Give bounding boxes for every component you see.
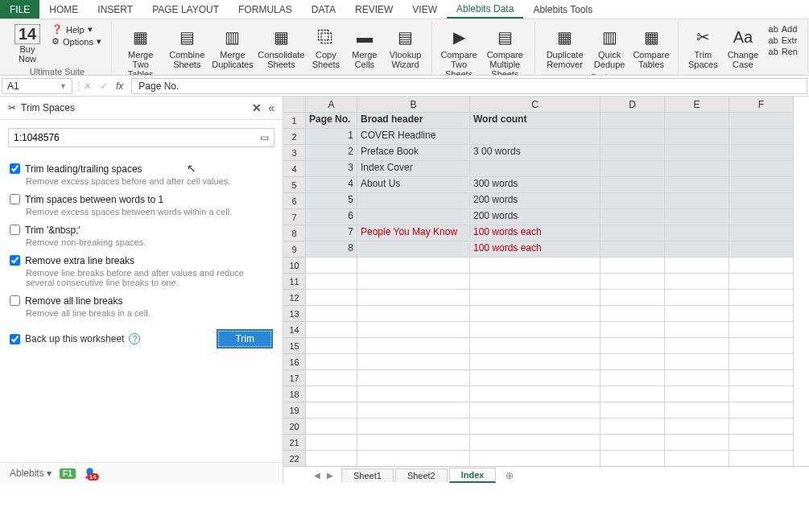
cell[interactable] [729, 354, 794, 370]
row-header[interactable]: 9 [283, 241, 306, 258]
row-header[interactable]: 5 [283, 177, 306, 193]
combine-sheets-button[interactable]: ▤Combine Sheets [165, 23, 210, 76]
quick-dedupe-button[interactable]: ▥Quick Dedupe [590, 23, 629, 71]
col-header-f[interactable]: F [729, 97, 794, 113]
cell[interactable] [665, 402, 729, 419]
cell[interactable] [665, 322, 729, 338]
cell[interactable] [665, 386, 729, 402]
cell[interactable] [470, 419, 601, 435]
cell[interactable] [357, 322, 470, 338]
cell[interactable] [665, 209, 729, 225]
cell[interactable] [357, 451, 470, 466]
row-header[interactable]: 6 [283, 193, 306, 209]
cell[interactable] [470, 338, 601, 354]
cell[interactable] [729, 402, 794, 419]
cell[interactable] [601, 177, 665, 193]
tab-home[interactable]: HOME [39, 0, 88, 19]
cell[interactable] [357, 274, 470, 290]
cell[interactable] [470, 386, 601, 402]
name-box[interactable]: A1▼ [2, 78, 72, 94]
row-header[interactable]: 14 [283, 322, 306, 338]
cell[interactable] [306, 322, 357, 338]
cell[interactable] [357, 290, 470, 306]
close-icon[interactable]: ✕ [252, 101, 262, 114]
merge-cells-button[interactable]: ▬Merge Cells [345, 23, 384, 76]
cell[interactable] [729, 258, 794, 274]
cell[interactable] [357, 386, 470, 402]
cell[interactable] [729, 113, 794, 129]
cell[interactable]: 300 words [470, 177, 601, 193]
copy-sheets-button[interactable]: ⿻Copy Sheets [307, 23, 345, 76]
cell[interactable]: About Us [357, 177, 470, 193]
row-header[interactable]: 22 [283, 451, 306, 466]
cell[interactable] [601, 290, 665, 306]
sheet-next-icon[interactable]: ▶ [327, 471, 333, 480]
cell[interactable] [729, 161, 794, 177]
cell[interactable] [601, 386, 665, 402]
cell[interactable] [665, 274, 729, 290]
merge-duplicates-button[interactable]: ▥Merge Duplicates [209, 23, 256, 76]
add-button[interactable]: ab Add [769, 24, 798, 34]
collapse-icon[interactable]: « [268, 101, 274, 114]
cell[interactable] [729, 306, 794, 322]
cell[interactable] [665, 161, 729, 177]
cell[interactable] [357, 419, 470, 435]
tab-ablebits-data[interactable]: Ablebits Data [447, 0, 523, 19]
cell[interactable] [665, 370, 729, 386]
row-header[interactable]: 4 [283, 161, 306, 177]
row-header[interactable]: 17 [283, 370, 306, 386]
opt-nbsp[interactable]: Trim '&nbsp;' [10, 225, 273, 236]
duplicate-remover-button[interactable]: ▦Duplicate Remover [540, 23, 590, 71]
cell[interactable] [357, 402, 470, 419]
sheet-tab-1[interactable]: Sheet1 [341, 468, 394, 482]
row-header[interactable]: 7 [283, 209, 306, 225]
tab-page-layout[interactable]: PAGE LAYOUT [142, 0, 229, 19]
cell[interactable] [729, 386, 794, 402]
col-header-a[interactable]: A [306, 97, 357, 113]
cell[interactable] [601, 338, 665, 354]
change-case-button[interactable]: AaChange Case [722, 23, 763, 72]
cell[interactable] [601, 129, 665, 145]
cell[interactable]: 7 [306, 225, 357, 241]
cell[interactable] [357, 193, 470, 209]
cell[interactable] [729, 225, 794, 241]
cell[interactable]: 2 [306, 145, 357, 161]
cell[interactable] [357, 209, 470, 225]
cell[interactable] [470, 402, 601, 419]
add-sheet-icon[interactable]: ⊕ [497, 470, 522, 481]
trim-spaces-button[interactable]: ✂Trim Spaces [683, 23, 722, 72]
compare-tables-button[interactable]: ▦Compare Tables [629, 23, 674, 71]
tab-data[interactable]: DATA [302, 0, 345, 19]
cell[interactable] [729, 241, 794, 258]
compare-multiple-button[interactable]: ▤Compare Multiple Sheets [481, 23, 530, 76]
row-header[interactable]: 12 [283, 290, 306, 306]
cell[interactable] [665, 435, 729, 451]
cell[interactable] [729, 145, 794, 161]
cell[interactable] [306, 402, 357, 419]
cell[interactable] [601, 193, 665, 209]
cell[interactable]: Word count [470, 113, 601, 129]
cell[interactable] [601, 225, 665, 241]
opt-leading-trailing[interactable]: Trim leading/trailing spaces [10, 163, 273, 175]
cell[interactable] [601, 370, 665, 386]
cell[interactable] [601, 451, 665, 466]
cell[interactable] [306, 306, 357, 322]
range-input[interactable] [14, 132, 260, 143]
cell[interactable] [470, 435, 601, 451]
opt-between-words[interactable]: Trim spaces between words to 1 [10, 194, 273, 205]
cell[interactable] [729, 451, 794, 466]
cell[interactable] [306, 435, 357, 451]
cell[interactable] [306, 370, 357, 386]
trim-button[interactable]: Trim [217, 329, 273, 348]
row-header[interactable]: 2 [283, 129, 306, 145]
cell[interactable] [470, 129, 601, 145]
sheet-tab-index[interactable]: Index [449, 468, 497, 483]
fx-icon[interactable]: fx [116, 80, 123, 92]
cell[interactable]: 5 [306, 193, 357, 209]
row-header[interactable]: 10 [283, 258, 306, 274]
row-header[interactable]: 8 [283, 225, 306, 241]
cancel-icon[interactable]: ✕ [84, 80, 92, 92]
cell[interactable]: 3 [306, 161, 357, 177]
cell[interactable] [306, 290, 357, 306]
cell[interactable]: 4 [306, 177, 357, 193]
